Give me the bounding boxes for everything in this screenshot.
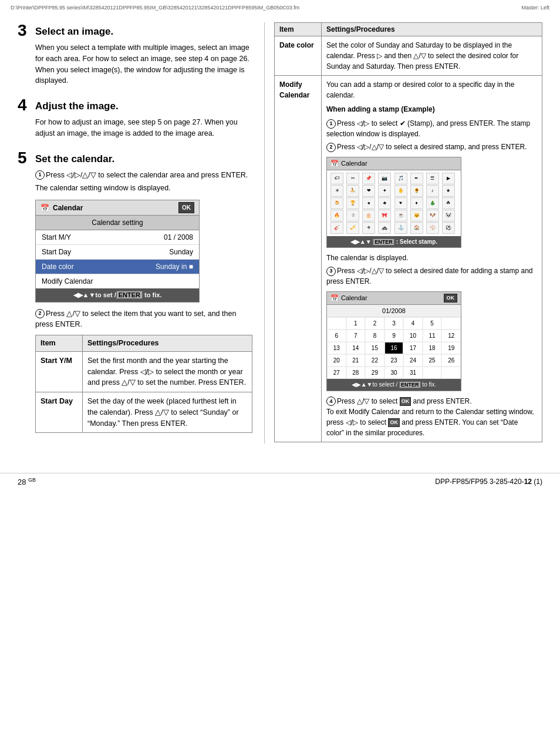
cal-row-start-my: Start M/Y 01 / 2008 [36,230,199,245]
date-cell: 26 [441,354,461,367]
date-cal-icon: 📅 [330,293,339,303]
step-5: 5 Set the calendar. 1Press ◁/▷/△/▽ to se… [18,150,252,434]
right-row-1-desc: Set the color of Sunday and Saturday to … [322,36,542,76]
stamp-icon: 🎸 [330,222,343,234]
date-cell: 1 [346,317,366,330]
step-5-number: 5 [18,150,31,166]
modify-cal-section-title: When adding a stamp (Example) [326,104,537,115]
stamp-icon: ☘ [442,197,455,209]
modify-cal-intro: You can add a stamp or desired color to … [326,79,537,100]
cal-row-start-day: Start Day Sunday [36,245,199,260]
model-bold: 12 [524,478,532,486]
calendar-icon: 📅 [41,203,49,213]
calendar-ok-button[interactable]: OK [178,202,194,213]
header-master: Master: Left [521,5,549,11]
ok-button-inline2: OK [388,418,400,428]
date-cell: 20 [327,354,346,367]
step-5-substep2: 2Press △/▽ to select the item that you w… [35,308,252,331]
cal-row-start-my-label: Start M/Y [42,232,71,243]
cal-row-date-color: Date color Sunday in ■ [36,260,199,274]
table-row: ModifyCalendar You can add a stamp or de… [275,76,542,442]
date-cell: 5 [423,317,442,330]
enter-button: ENTER [116,291,143,299]
step-4: 4 Adjust the image. For how to adjust an… [18,97,252,139]
date-cell [423,367,442,379]
stamp-icon: 🐼 [442,210,455,221]
modify-step-3: 3Press ◁/▷/△/▽ to select a desired date … [326,266,537,287]
left-table-col-settings: Settings/Procedures [83,335,252,352]
stamp-icon: ✈ [362,222,375,234]
right-column: Item Settings/Procedures Date color Set … [264,22,542,443]
stamp-icon: ⚓ [394,222,407,234]
step-5-substep1: 1Press ◁/▷/△/▽ to select the calendar ar… [35,170,252,181]
stamp-icon: ☕ [394,210,407,221]
stamp-icon: ☀ [330,185,343,197]
circle-1: 1 [35,170,45,180]
calendar-widget: 📅 Calendar OK Calendar setting Start M/Y… [35,200,200,303]
date-cell [441,317,461,330]
stamp-icon: ♠ [362,197,375,209]
right-settings-table: Item Settings/Procedures Date color Set … [274,22,542,442]
stamp-icon: 📷 [378,173,391,184]
stamp-icon: 🐶 [426,210,439,221]
date-cell [441,367,461,379]
cal-row-modify: Modify Calendar [36,274,199,288]
circle-r2: 2 [326,143,336,152]
table-row: Start Y/M Set the first month and the ye… [36,351,252,392]
calendar-widget-title: Calendar [53,203,83,213]
date-cell: 12 [441,330,461,342]
model-text: DPP-FP85/FP95 3-285-420- [435,478,524,486]
step-5-calendar-displayed: The calendar setting window is displayed… [35,183,252,194]
modify-step-4: 4Press △/▽ to select OK and press ENTER.… [326,396,537,438]
date-ok-button[interactable]: OK [444,294,458,303]
stamp-icon: 📌 [362,173,375,184]
step-4-body: For how to adjust an image, see step 5 o… [35,117,252,139]
stamp-icon: ✂ [346,173,359,184]
header-path: D:\Printer\DPPFP85.95 series\IM\32854201… [11,5,299,11]
date-grid: 1 2 3 4 5 6 7 8 9 10 11 [327,317,461,379]
stamp-icon: 🏷 [330,173,343,184]
left-row-1-item: Start Y/M [36,351,83,392]
stamp-icon: ✋ [394,185,407,197]
cal-row-date-color-label: Date color [42,261,74,272]
stamp-icon: 🎄 [426,197,439,209]
date-cell: 30 [384,367,404,379]
left-column: 3 Select an image. When you select a tem… [18,22,264,443]
date-cell: 22 [365,354,384,367]
cal-row-date-color-val: Sunday in ■ [156,261,193,272]
cal-row-start-my-val: 01 / 2008 [164,232,193,243]
model-suffix: (1) [532,478,542,486]
right-table-col-settings: Settings/Procedures [322,23,542,36]
date-cell: 9 [384,330,404,342]
calendar-displayed-after-stamp: The calendar is displayed. [326,253,537,263]
cal-row-modify-label: Modify Calendar [42,276,93,287]
step-3: 3 Select an image. When you select a tem… [18,22,252,86]
stamp-icon: ♥ [394,197,407,209]
circle-2: 2 [35,309,45,318]
right-row-2-desc: You can add a stamp or desired color to … [322,76,542,442]
stamp-icons-grid: 🏷 ✂ 📌 📷 🎵 ✒ ☰ ▶ ☀ ⛹ ❤ [327,170,461,236]
stamp-icon: ✦ [378,185,391,197]
enter-sm: ENTER [373,238,394,246]
left-table-col-item: Item [36,335,83,352]
date-cell-selected: 16 [384,342,404,354]
date-cell: 31 [403,367,423,379]
date-cell: 7 [346,330,366,342]
page-header: D:\Printer\DPPFP85.95 series\IM\32854201… [0,0,560,11]
date-cell: 10 [403,330,423,342]
modify-step-1: 1Press ◁/▷ to select ✔ (Stamp), and pres… [326,118,537,139]
date-month-label: 01/2008 [327,305,461,318]
stamp-icon: ☃ [346,210,359,221]
date-cell: 18 [423,342,442,354]
stamp-cal-icon: 📅 [330,159,339,169]
stamp-icon: ☰ [426,173,439,184]
right-table-col-item: Item [275,23,322,36]
circle-r1: 1 [326,119,336,129]
date-widget-title: Calendar [341,293,367,303]
right-row-1-item: Date color [275,36,322,76]
date-cell: 6 [327,330,346,342]
date-widget: 📅 Calendar OK 01/2008 1 2 3 [326,291,461,391]
circle-r3: 3 [326,267,336,276]
calendar-section-title: Calendar setting [36,216,199,230]
date-cell [327,317,346,330]
